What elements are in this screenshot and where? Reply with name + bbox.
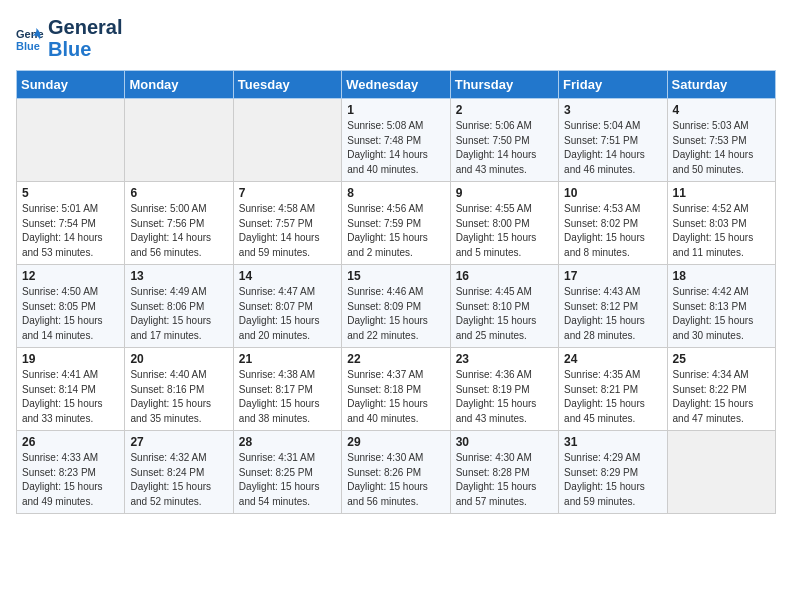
day-number: 15 <box>347 269 444 283</box>
calendar-cell <box>17 99 125 182</box>
calendar-cell: 22Sunrise: 4:37 AMSunset: 8:18 PMDayligh… <box>342 348 450 431</box>
day-info: Sunrise: 5:08 AMSunset: 7:48 PMDaylight:… <box>347 119 444 177</box>
day-info: Sunrise: 4:34 AMSunset: 8:22 PMDaylight:… <box>673 368 770 426</box>
day-number: 17 <box>564 269 661 283</box>
day-number: 12 <box>22 269 119 283</box>
header: General Blue General Blue <box>16 16 776 60</box>
day-info: Sunrise: 4:33 AMSunset: 8:23 PMDaylight:… <box>22 451 119 509</box>
day-number: 27 <box>130 435 227 449</box>
calendar-cell: 30Sunrise: 4:30 AMSunset: 8:28 PMDayligh… <box>450 431 558 514</box>
day-number: 26 <box>22 435 119 449</box>
day-info: Sunrise: 4:53 AMSunset: 8:02 PMDaylight:… <box>564 202 661 260</box>
day-number: 31 <box>564 435 661 449</box>
logo-icon: General Blue <box>16 24 44 52</box>
day-info: Sunrise: 4:30 AMSunset: 8:26 PMDaylight:… <box>347 451 444 509</box>
day-info: Sunrise: 4:56 AMSunset: 7:59 PMDaylight:… <box>347 202 444 260</box>
day-info: Sunrise: 5:04 AMSunset: 7:51 PMDaylight:… <box>564 119 661 177</box>
day-info: Sunrise: 4:38 AMSunset: 8:17 PMDaylight:… <box>239 368 336 426</box>
day-number: 1 <box>347 103 444 117</box>
day-number: 14 <box>239 269 336 283</box>
calendar-cell: 8Sunrise: 4:56 AMSunset: 7:59 PMDaylight… <box>342 182 450 265</box>
day-info: Sunrise: 5:03 AMSunset: 7:53 PMDaylight:… <box>673 119 770 177</box>
calendar-cell: 3Sunrise: 5:04 AMSunset: 7:51 PMDaylight… <box>559 99 667 182</box>
calendar-cell: 14Sunrise: 4:47 AMSunset: 8:07 PMDayligh… <box>233 265 341 348</box>
calendar-cell: 17Sunrise: 4:43 AMSunset: 8:12 PMDayligh… <box>559 265 667 348</box>
day-info: Sunrise: 4:29 AMSunset: 8:29 PMDaylight:… <box>564 451 661 509</box>
day-info: Sunrise: 4:36 AMSunset: 8:19 PMDaylight:… <box>456 368 553 426</box>
calendar-cell: 21Sunrise: 4:38 AMSunset: 8:17 PMDayligh… <box>233 348 341 431</box>
calendar-header-wednesday: Wednesday <box>342 71 450 99</box>
svg-text:Blue: Blue <box>16 40 40 52</box>
calendar-week-row: 19Sunrise: 4:41 AMSunset: 8:14 PMDayligh… <box>17 348 776 431</box>
day-number: 10 <box>564 186 661 200</box>
calendar-cell: 9Sunrise: 4:55 AMSunset: 8:00 PMDaylight… <box>450 182 558 265</box>
day-info: Sunrise: 5:06 AMSunset: 7:50 PMDaylight:… <box>456 119 553 177</box>
calendar-cell: 12Sunrise: 4:50 AMSunset: 8:05 PMDayligh… <box>17 265 125 348</box>
day-number: 5 <box>22 186 119 200</box>
day-info: Sunrise: 4:30 AMSunset: 8:28 PMDaylight:… <box>456 451 553 509</box>
calendar-cell: 28Sunrise: 4:31 AMSunset: 8:25 PMDayligh… <box>233 431 341 514</box>
day-info: Sunrise: 4:55 AMSunset: 8:00 PMDaylight:… <box>456 202 553 260</box>
day-info: Sunrise: 4:47 AMSunset: 8:07 PMDaylight:… <box>239 285 336 343</box>
calendar-cell: 18Sunrise: 4:42 AMSunset: 8:13 PMDayligh… <box>667 265 775 348</box>
calendar-cell: 13Sunrise: 4:49 AMSunset: 8:06 PMDayligh… <box>125 265 233 348</box>
day-info: Sunrise: 4:32 AMSunset: 8:24 PMDaylight:… <box>130 451 227 509</box>
day-number: 23 <box>456 352 553 366</box>
day-number: 30 <box>456 435 553 449</box>
calendar-cell: 31Sunrise: 4:29 AMSunset: 8:29 PMDayligh… <box>559 431 667 514</box>
calendar-cell <box>667 431 775 514</box>
day-number: 4 <box>673 103 770 117</box>
day-info: Sunrise: 4:50 AMSunset: 8:05 PMDaylight:… <box>22 285 119 343</box>
calendar-cell: 4Sunrise: 5:03 AMSunset: 7:53 PMDaylight… <box>667 99 775 182</box>
calendar-week-row: 12Sunrise: 4:50 AMSunset: 8:05 PMDayligh… <box>17 265 776 348</box>
calendar-header-sunday: Sunday <box>17 71 125 99</box>
day-number: 19 <box>22 352 119 366</box>
calendar-cell <box>125 99 233 182</box>
day-number: 7 <box>239 186 336 200</box>
day-info: Sunrise: 4:43 AMSunset: 8:12 PMDaylight:… <box>564 285 661 343</box>
logo: General Blue General Blue <box>16 16 122 60</box>
day-number: 13 <box>130 269 227 283</box>
day-info: Sunrise: 4:42 AMSunset: 8:13 PMDaylight:… <box>673 285 770 343</box>
day-info: Sunrise: 4:49 AMSunset: 8:06 PMDaylight:… <box>130 285 227 343</box>
calendar-week-row: 5Sunrise: 5:01 AMSunset: 7:54 PMDaylight… <box>17 182 776 265</box>
day-info: Sunrise: 4:52 AMSunset: 8:03 PMDaylight:… <box>673 202 770 260</box>
day-info: Sunrise: 4:37 AMSunset: 8:18 PMDaylight:… <box>347 368 444 426</box>
day-number: 9 <box>456 186 553 200</box>
calendar-cell <box>233 99 341 182</box>
calendar-header-saturday: Saturday <box>667 71 775 99</box>
day-number: 22 <box>347 352 444 366</box>
calendar-cell: 5Sunrise: 5:01 AMSunset: 7:54 PMDaylight… <box>17 182 125 265</box>
day-info: Sunrise: 5:01 AMSunset: 7:54 PMDaylight:… <box>22 202 119 260</box>
calendar-header-friday: Friday <box>559 71 667 99</box>
day-number: 18 <box>673 269 770 283</box>
logo-text: General Blue <box>48 16 122 60</box>
calendar-cell: 15Sunrise: 4:46 AMSunset: 8:09 PMDayligh… <box>342 265 450 348</box>
calendar-cell: 11Sunrise: 4:52 AMSunset: 8:03 PMDayligh… <box>667 182 775 265</box>
day-number: 16 <box>456 269 553 283</box>
calendar-week-row: 26Sunrise: 4:33 AMSunset: 8:23 PMDayligh… <box>17 431 776 514</box>
day-number: 29 <box>347 435 444 449</box>
calendar-cell: 19Sunrise: 4:41 AMSunset: 8:14 PMDayligh… <box>17 348 125 431</box>
calendar-table: SundayMondayTuesdayWednesdayThursdayFrid… <box>16 70 776 514</box>
calendar-header-thursday: Thursday <box>450 71 558 99</box>
calendar-week-row: 1Sunrise: 5:08 AMSunset: 7:48 PMDaylight… <box>17 99 776 182</box>
day-number: 24 <box>564 352 661 366</box>
day-info: Sunrise: 4:45 AMSunset: 8:10 PMDaylight:… <box>456 285 553 343</box>
day-info: Sunrise: 4:40 AMSunset: 8:16 PMDaylight:… <box>130 368 227 426</box>
day-number: 20 <box>130 352 227 366</box>
calendar-cell: 7Sunrise: 4:58 AMSunset: 7:57 PMDaylight… <box>233 182 341 265</box>
calendar-cell: 10Sunrise: 4:53 AMSunset: 8:02 PMDayligh… <box>559 182 667 265</box>
calendar-header-tuesday: Tuesday <box>233 71 341 99</box>
day-number: 25 <box>673 352 770 366</box>
day-info: Sunrise: 4:35 AMSunset: 8:21 PMDaylight:… <box>564 368 661 426</box>
day-number: 11 <box>673 186 770 200</box>
calendar-cell: 20Sunrise: 4:40 AMSunset: 8:16 PMDayligh… <box>125 348 233 431</box>
day-number: 6 <box>130 186 227 200</box>
day-number: 2 <box>456 103 553 117</box>
day-number: 8 <box>347 186 444 200</box>
calendar-cell: 2Sunrise: 5:06 AMSunset: 7:50 PMDaylight… <box>450 99 558 182</box>
day-info: Sunrise: 4:31 AMSunset: 8:25 PMDaylight:… <box>239 451 336 509</box>
calendar-cell: 23Sunrise: 4:36 AMSunset: 8:19 PMDayligh… <box>450 348 558 431</box>
day-info: Sunrise: 5:00 AMSunset: 7:56 PMDaylight:… <box>130 202 227 260</box>
